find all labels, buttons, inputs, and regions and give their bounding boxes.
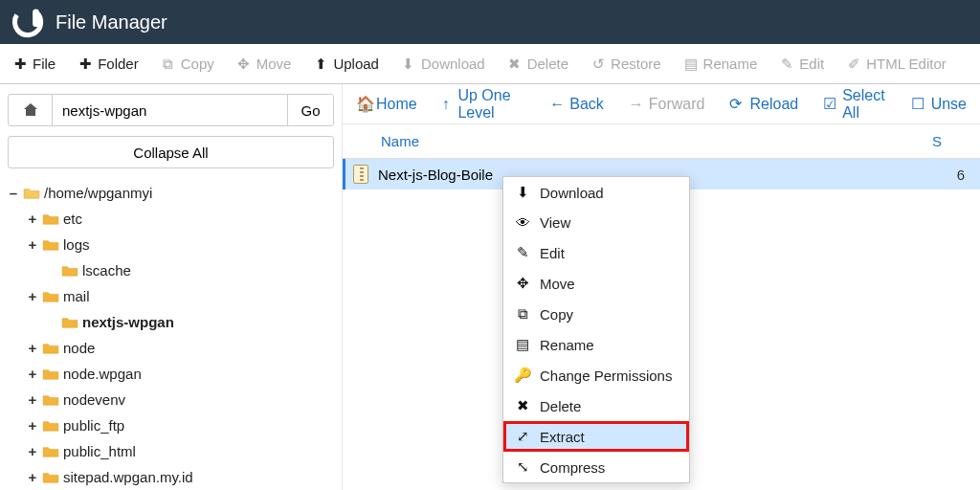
- ctx-view[interactable]: 👁View: [503, 208, 689, 237]
- delete-button[interactable]: ✖Delete: [501, 50, 576, 78]
- main-toolbar: ✚File ✚Folder ⧉Copy ✥Move ⬆Upload ⬇Downl…: [0, 44, 980, 84]
- edit-button[interactable]: ✎Edit: [772, 50, 832, 78]
- ctx-rename[interactable]: ▤Rename: [503, 329, 689, 360]
- up-icon: ↑: [442, 96, 453, 113]
- pencil-icon: ✎: [515, 244, 530, 261]
- tree-label: nextjs-wpgan: [82, 309, 174, 335]
- restore-button[interactable]: ↺Restore: [584, 50, 669, 78]
- tree-item[interactable]: nextjs-wpgan: [8, 309, 334, 335]
- nav-unselect[interactable]: ☐Unse: [911, 95, 967, 113]
- tree-item[interactable]: +node: [8, 335, 334, 361]
- folder-icon: [42, 445, 59, 458]
- expand-icon[interactable]: +: [27, 361, 38, 387]
- move-button[interactable]: ✥Move: [230, 50, 300, 78]
- nav-forward[interactable]: →Forward: [629, 96, 705, 113]
- tree-root[interactable]: – /home/wpganmyi: [8, 180, 334, 206]
- columns-header[interactable]: Name S: [343, 124, 980, 159]
- download-icon: ⬇: [515, 184, 530, 201]
- ctx-move[interactable]: ✥Move: [503, 268, 689, 299]
- new-folder-button[interactable]: ✚Folder: [71, 50, 146, 78]
- edit-page-icon: ✐: [847, 56, 860, 73]
- tree-label: public_ftp: [63, 412, 124, 438]
- svg-rect-1: [33, 9, 39, 27]
- tree-item[interactable]: +etc: [8, 206, 334, 232]
- ctx-delete[interactable]: ✖Delete: [503, 390, 689, 421]
- rename-button[interactable]: ▤Rename: [677, 50, 766, 78]
- tree-item[interactable]: +public_ftp: [8, 412, 334, 438]
- ctx-edit[interactable]: ✎Edit: [503, 237, 689, 268]
- expand-icon[interactable]: +: [27, 387, 38, 412]
- tree-label: logs: [63, 232, 90, 257]
- page-icon: ▤: [515, 336, 530, 353]
- eye-icon: 👁: [515, 214, 530, 231]
- tree-item[interactable]: +public_html: [8, 438, 334, 464]
- nav-up[interactable]: ↑Up One Level: [442, 87, 525, 122]
- tree-item[interactable]: +logs: [8, 232, 334, 257]
- key-icon: 🔑: [515, 367, 530, 384]
- nav-bar: 🏠Home ↑Up One Level ←Back →Forward ⟳Relo…: [343, 84, 980, 124]
- expand-icon[interactable]: +: [27, 335, 38, 361]
- tree-item[interactable]: lscache: [8, 257, 334, 283]
- tree-label: lscache: [82, 257, 131, 283]
- tree-item[interactable]: +sitepad.wpgan.my.id: [8, 464, 334, 490]
- folder-icon: [42, 342, 59, 355]
- ctx-extract[interactable]: ⤢Extract: [503, 421, 689, 452]
- context-menu: ⬇Download 👁View ✎Edit ✥Move ⧉Copy ▤Renam…: [502, 176, 690, 483]
- collapse-icon[interactable]: –: [8, 180, 19, 206]
- new-file-button[interactable]: ✚File: [6, 50, 63, 78]
- go-button[interactable]: Go: [287, 95, 333, 125]
- expand-icon[interactable]: +: [27, 438, 38, 464]
- nav-select-all[interactable]: ☑Select All: [823, 87, 885, 122]
- ctx-permissions[interactable]: 🔑Change Permissions: [503, 360, 689, 390]
- copy-button[interactable]: ⧉Copy: [154, 50, 222, 78]
- ctx-download[interactable]: ⬇Download: [503, 177, 689, 208]
- copy-icon: ⧉: [515, 305, 530, 323]
- folder-tree: – /home/wpganmyi +etc+logs lscache+mail …: [8, 180, 334, 490]
- pencil-icon: ✎: [780, 56, 793, 73]
- cpanel-logo: [11, 6, 44, 38]
- col-size[interactable]: S: [913, 133, 942, 149]
- expand-icon[interactable]: [46, 257, 57, 283]
- move-icon: ✥: [237, 56, 251, 73]
- folder-icon: [61, 316, 78, 329]
- folder-icon: [42, 419, 59, 433]
- tree-label: node: [63, 335, 95, 361]
- tree-item[interactable]: +nodevenv: [8, 387, 334, 412]
- page-icon: ▤: [684, 56, 698, 73]
- tree-item[interactable]: +mail: [8, 283, 334, 309]
- folder-icon: [42, 238, 59, 252]
- folder-icon: [42, 290, 59, 303]
- app-title: File Manager: [56, 11, 167, 33]
- home-icon-button[interactable]: [9, 95, 53, 125]
- folder-open-icon: [23, 187, 40, 200]
- expand-icon[interactable]: +: [27, 412, 38, 438]
- path-input[interactable]: [53, 95, 287, 125]
- expand-icon[interactable]: +: [27, 232, 38, 257]
- nav-reload[interactable]: ⟳Reload: [729, 95, 798, 113]
- html-editor-button[interactable]: ✐HTML Editor: [839, 50, 954, 78]
- delete-icon: ✖: [508, 56, 522, 73]
- folder-icon: [42, 393, 59, 407]
- zip-icon: [353, 165, 368, 184]
- ctx-compress[interactable]: ⤡Compress: [503, 452, 689, 482]
- nav-back[interactable]: ←Back: [549, 96, 604, 113]
- upload-button[interactable]: ⬆Upload: [306, 50, 387, 78]
- download-button[interactable]: ⬇Download: [394, 50, 493, 78]
- tree-label: etc: [63, 206, 82, 232]
- expand-icon: ⤢: [515, 428, 530, 445]
- expand-icon[interactable]: [46, 309, 57, 335]
- folder-icon: [42, 471, 59, 484]
- expand-icon[interactable]: +: [27, 206, 38, 232]
- nav-home[interactable]: 🏠Home: [356, 95, 417, 113]
- ctx-copy[interactable]: ⧉Copy: [503, 299, 689, 329]
- expand-icon[interactable]: +: [27, 283, 38, 309]
- tree-label: sitepad.wpgan.my.id: [63, 464, 193, 490]
- path-bar: Go: [8, 94, 334, 126]
- folder-icon: [42, 212, 59, 226]
- col-name[interactable]: Name: [381, 133, 913, 149]
- forward-icon: →: [629, 96, 643, 113]
- tree-item[interactable]: +node.wpgan: [8, 361, 334, 387]
- collapse-all-button[interactable]: Collapse All: [8, 136, 334, 168]
- restore-icon: ↺: [591, 56, 605, 73]
- expand-icon[interactable]: +: [27, 464, 38, 490]
